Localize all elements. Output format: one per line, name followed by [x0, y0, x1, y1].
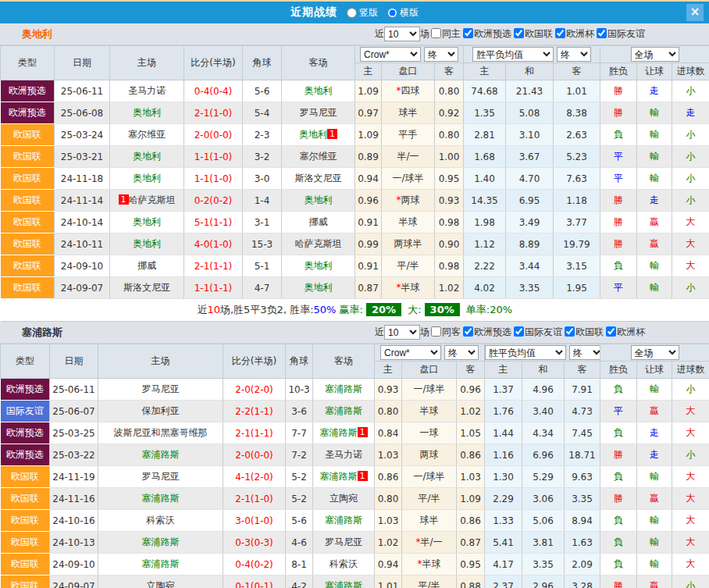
odds-handicap: *半球 [382, 277, 435, 299]
home-team-name: 波斯尼亚和黑塞哥维那 [114, 427, 208, 438]
league-filter-3[interactable]: 国际友谊 [595, 27, 645, 41]
result-goals: 大 [672, 401, 709, 422]
odds-home: 1.03 [375, 510, 402, 532]
league-type-badge: 国际友谊 [1, 401, 50, 422]
result-goals: 小 [672, 146, 709, 168]
team-name: 塞浦路斯 [22, 322, 62, 343]
league-filter-0[interactable]: 欧洲预选 [461, 326, 511, 339]
result-outcome: 平 [600, 401, 637, 422]
league-filter-0-box[interactable] [463, 28, 473, 38]
home-team-name: 罗马尼亚 [142, 383, 180, 394]
column-header-0: 类型 [1, 344, 50, 379]
home-team-name: 塞浦路斯 [142, 493, 180, 504]
corners: 8-1 [286, 554, 313, 576]
odds-handicap: 半/一 [382, 146, 435, 168]
corners: 5-2 [286, 466, 313, 488]
home-team-name: 塞浦路斯 [142, 536, 180, 547]
home-team-name: 奥地利 [133, 173, 161, 184]
column-header-1: 日期 [50, 344, 98, 379]
layout-option-horizontal[interactable]: 横版 [383, 6, 419, 20]
odds-handicap: 一/球半 [402, 466, 457, 488]
mean-away: 3.28 [565, 576, 600, 588]
near-label: 近 [375, 27, 384, 41]
league-type-badge: 欧国联 [1, 190, 55, 212]
league-filter-1-box[interactable] [514, 28, 524, 38]
result-outcome: 勝 [600, 576, 637, 588]
final-select[interactable]: 终 [424, 47, 458, 62]
same-venue-filter-box[interactable] [431, 28, 441, 38]
home-team: 塞尔维亚 [110, 124, 184, 146]
mean-group-header: 胜平负均值 终 [464, 46, 600, 63]
same-venue-filter[interactable]: 同主 [429, 27, 461, 41]
odds-handicap: *半/一 [402, 532, 457, 554]
odds-handicap: *半球 [402, 554, 457, 576]
layout-option-vertical[interactable]: 竖版 [342, 6, 378, 20]
league-type-badge: 欧国联 [1, 255, 55, 277]
odds-handicap: 一/球半 [382, 168, 435, 190]
match-count-select[interactable]: 10 [384, 325, 420, 340]
league-filter-3-box[interactable] [597, 28, 607, 38]
odds-handicap: 一球 [402, 422, 457, 444]
odds-mean-select[interactable]: 胜平负均值 [472, 47, 554, 62]
fullmatch-group-header: 全场 [600, 344, 709, 362]
corners: 3-6 [286, 401, 313, 422]
bookmaker-select[interactable]: Crow* [380, 345, 441, 360]
column-header-1: 日期 [55, 46, 110, 80]
table-row: 欧国联24-11-16塞浦路斯2-1(1-0)5-2立陶宛0.80平/半1.09… [1, 488, 709, 510]
mean-draw: 5.29 [522, 466, 565, 488]
mean-home: 1.44 [485, 422, 522, 444]
mean-away: 7.45 [565, 422, 600, 444]
summary-pct-badge: 20% [366, 303, 401, 316]
result-goals: 大 [672, 422, 709, 444]
odds-mean-select[interactable]: 胜平负均值 [485, 345, 566, 360]
league-filter-1[interactable]: 欧国联 [512, 27, 553, 41]
home-team: 斯洛文尼亚 [110, 277, 184, 299]
result-handicap: 輸 [637, 554, 672, 576]
result-outcome: 平 [600, 277, 637, 299]
table-row: 欧国联25-03-21奥地利1-1(1-0)3-2塞尔维亚0.89半/一1.00… [1, 146, 709, 168]
bookmaker-select[interactable]: Crow* [360, 47, 421, 62]
same-venue-filter-box[interactable] [431, 326, 441, 337]
score: 0-4(0-2) [223, 554, 286, 576]
result-handicap: 贏 [637, 488, 672, 510]
odds-away: 1.00 [435, 146, 464, 168]
summary-text: 单率:20% [463, 304, 512, 315]
final-select-2[interactable]: 终 [557, 47, 591, 62]
league-filter-1-box[interactable] [514, 326, 524, 337]
league-filter-1-label: 国际友谊 [525, 326, 562, 337]
home-team: 奥地利 [110, 146, 184, 168]
corners: 2-3 [243, 124, 282, 146]
column-header-3: 比分(半场) [223, 344, 286, 379]
same-venue-filter[interactable]: 同客 [429, 326, 461, 339]
sub-column-header-1: 盘口 [382, 63, 435, 80]
close-button[interactable]: × [686, 4, 704, 21]
score: 2-1(1-0) [184, 102, 243, 124]
league-filter-0[interactable]: 欧洲预选 [461, 27, 511, 41]
fullmatch-select[interactable]: 全场 [631, 47, 679, 62]
league-filter-0-box[interactable] [463, 326, 473, 337]
final-select[interactable]: 终 [444, 345, 479, 360]
horizontal-radio[interactable] [387, 8, 397, 18]
league-filter-2[interactable]: 欧洲杯 [554, 27, 594, 41]
league-filter-3[interactable]: 欧洲杯 [604, 326, 645, 339]
home-team-name: 斯洛文尼亚 [123, 282, 170, 293]
league-filter-1[interactable]: 国际友谊 [512, 326, 562, 339]
mean-away: 1.18 [554, 190, 600, 212]
fullmatch-select[interactable]: 全场 [631, 345, 679, 360]
match-date: 24-09-07 [55, 277, 110, 299]
away-team-name: 罗马尼亚 [300, 107, 337, 118]
vertical-radio[interactable] [347, 8, 357, 18]
league-filter-2[interactable]: 欧国联 [563, 326, 604, 339]
league-filter-3-box[interactable] [606, 326, 616, 337]
league-filter-2-box[interactable] [565, 326, 575, 337]
match-count-select[interactable]: 10 [384, 27, 420, 41]
league-type-badge: 欧国联 [1, 124, 55, 146]
home-team: 1哈萨克斯坦 [110, 190, 184, 212]
league-type-badge: 欧国联 [1, 233, 55, 255]
odds-away: 0.86 [457, 444, 485, 466]
league-filter-2-box[interactable] [555, 28, 565, 38]
away-team-name: 斯洛文尼亚 [295, 173, 342, 184]
mean-home: 2.29 [485, 488, 522, 510]
odds-away: 1.02 [435, 277, 464, 299]
final-select-2[interactable]: 终 [569, 345, 600, 360]
